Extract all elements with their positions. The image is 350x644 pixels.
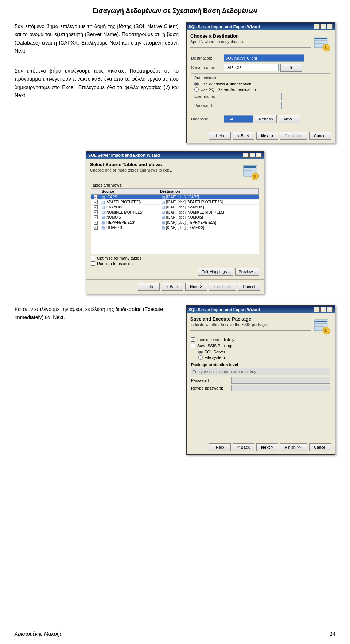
- dialog1-cancel-btn[interactable]: Cancel: [309, 132, 331, 140]
- row3-source-icon: ▤: [101, 205, 105, 209]
- tables-label: Tables and views:: [91, 183, 259, 187]
- server-browse-btn[interactable]: ▼: [280, 64, 302, 72]
- run-checkbox[interactable]: [91, 261, 95, 266]
- table-row[interactable]: ✓ ▤ 'ΚΛΑΔΟΙ$' ▤ [ICAP].[dbo].[ΚΛΑΔΟΙ$]: [91, 205, 259, 210]
- row4-dest-icon: ▤: [162, 210, 165, 214]
- dialog2-finish-btn[interactable]: Finish >>|: [209, 283, 236, 291]
- row1-dest: [ICAP].[dbo].[ICAP$]: [166, 195, 199, 199]
- password-label-d1: Password:: [194, 103, 227, 108]
- row4-dest: [ICAP].[dbo].[ΝΟΜΙΚΕΣ ΜΟΡΦΕΣ$]: [166, 210, 224, 214]
- password-field: [227, 102, 282, 109]
- dialog2-help-btn[interactable]: Help: [138, 283, 160, 291]
- dialog1-maximize-btn[interactable]: □: [320, 24, 326, 29]
- dialog1-back-btn[interactable]: < Back: [233, 132, 254, 140]
- dialog1-minimize-btn[interactable]: —: [314, 24, 320, 29]
- table-row[interactable]: ✓ ▤ 'ΝΟΜΙΚΕΣ ΜΟΡΦΕΣ$' ▤ [ICAP].[dbo].[ΝΟ…: [91, 210, 259, 215]
- file-system-radio[interactable]: [198, 355, 203, 360]
- auth-group: Authentication Use Windows Authenticatio…: [191, 73, 330, 113]
- file-system-label: File system: [205, 355, 225, 360]
- dialog3-back-btn[interactable]: < Back: [233, 443, 254, 451]
- table-row[interactable]: ✓ ▤ 'ΔΡΑΣΤΗΡΙΟΤΗΤΕΣ$' ▤ [ICAP].[dbo].[ΔΡ…: [91, 200, 259, 205]
- destination-label: Destination:: [191, 56, 224, 60]
- row2-source: 'ΔΡΑΣΤΗΡΙΟΤΗΤΕΣ$': [106, 200, 141, 204]
- table-row[interactable]: ✓ ▤ 'ΝΟΜΟΙ$' ▤ [ICAP].[dbo].[ΝΟΜΟΙ$]: [91, 215, 259, 220]
- checkbox-options: Optimize for many tables Run in a transa…: [91, 256, 259, 266]
- optimize-checkbox[interactable]: [91, 256, 95, 260]
- svg-rect-15: [315, 321, 327, 322]
- sql-server-radio[interactable]: [198, 350, 203, 354]
- row4-check[interactable]: ✓: [94, 210, 98, 214]
- refresh-btn[interactable]: Refresh: [255, 115, 277, 123]
- dialog2-window: SQL Server Import and Export Wizard — □ …: [86, 151, 264, 294]
- dialog3-minimize-btn[interactable]: —: [314, 307, 320, 312]
- execute-checkbox[interactable]: ✓: [191, 337, 195, 342]
- dialog3-close-btn[interactable]: ✕: [327, 307, 333, 312]
- auth-label: Authentication: [194, 76, 327, 80]
- row5-check[interactable]: ✓: [94, 215, 98, 219]
- auth-sql-label: Use SQL Server Authentication: [201, 87, 256, 92]
- dialog2-close-btn[interactable]: ✕: [256, 153, 262, 158]
- row3-source: 'ΚΛΑΔΟΙ$': [106, 205, 122, 209]
- package-protection-label: Package protection level: [191, 363, 330, 367]
- username-field: [227, 93, 282, 100]
- dialog1-finish-btn[interactable]: Finish >>|: [280, 132, 307, 140]
- row1-check[interactable]: ✓: [94, 195, 98, 199]
- execute-label: Execute immediately: [197, 337, 234, 342]
- table-row[interactable]: ✓ ▤ 'ICAP$' ▤ [ICAP].[dbo].[ICAP$]: [91, 195, 259, 200]
- server-field[interactable]: LAPTOP: [224, 64, 279, 71]
- dialog1-close-btn[interactable]: ✕: [327, 24, 333, 29]
- row1-dest-icon: ▤: [162, 195, 165, 199]
- row5-dest-icon: ▤: [162, 215, 165, 219]
- dialog1-next-btn[interactable]: Next >: [256, 132, 278, 140]
- row3-check[interactable]: ✓: [94, 205, 98, 209]
- dialog2-back-btn[interactable]: < Back: [162, 283, 183, 291]
- table-row[interactable]: ✓ ▤ 'ΠΟΛΕΙΣ$' ▤ [ICAP].[dbo].[ΠΟΛΕΙΣ$]: [91, 225, 259, 230]
- dialog2-minimize-btn[interactable]: —: [243, 153, 249, 158]
- col-source-header: Source: [100, 189, 158, 194]
- svg-rect-4: [315, 43, 324, 44]
- auth-windows-label: Use Windows Authentication: [201, 82, 251, 86]
- wizard-icon: $: [312, 35, 330, 53]
- table-row[interactable]: ✓ ▤ 'ΠΕΡΚΦΕΡΕΙΕΣ$' ▤ [ICAP].[dbo].[ΠΕΡΚΦ…: [91, 220, 259, 225]
- svg-rect-16: [315, 323, 327, 324]
- dialog2-cancel-btn[interactable]: Cancel: [238, 283, 260, 291]
- d3-password-label: Password:: [191, 378, 231, 383]
- dialog3-finish-btn[interactable]: Finish >>|: [280, 443, 307, 451]
- dialog3-maximize-btn[interactable]: □: [320, 307, 326, 312]
- row6-check[interactable]: ✓: [94, 221, 98, 225]
- svg-rect-18: [315, 326, 324, 327]
- row3-dest: [ICAP].[dbo].[ΚΛΑΔΟΙ$]: [166, 205, 204, 209]
- dialog2-titlebar: SQL Server Import and Export Wizard — □ …: [86, 152, 264, 159]
- dialog1-window: SQL Server Import and Export Wizard — □ …: [186, 22, 335, 143]
- row3-dest-icon: ▤: [162, 205, 165, 209]
- svg-text:$: $: [324, 329, 327, 333]
- destination-field[interactable]: SQL Native Client: [224, 54, 304, 62]
- row7-dest: [ICAP].[dbo].[ΠΟΛΕΙΣ$]: [166, 226, 204, 230]
- dialog1-help-btn[interactable]: Help: [209, 132, 231, 140]
- row7-check[interactable]: ✓: [94, 226, 98, 230]
- row2-check[interactable]: ✓: [94, 200, 98, 204]
- svg-rect-1: [315, 38, 327, 39]
- section2: SQL Server Import and Export Wizard — □ …: [15, 151, 335, 294]
- dialog3-help-btn[interactable]: Help: [209, 443, 231, 451]
- preview-btn[interactable]: Preview...: [235, 268, 259, 276]
- wizard-icon2: $: [241, 164, 259, 181]
- save-ssis-checkbox[interactable]: [191, 344, 195, 348]
- optimize-label: Optimize for many tables: [97, 256, 141, 260]
- row6-dest-icon: ▤: [162, 221, 165, 225]
- dialog1-titlebar: SQL Server Import and Export Wizard — □ …: [187, 23, 335, 30]
- auth-sql-radio[interactable]: [194, 87, 199, 92]
- dialog2-subheader: Choose one or more tables and views to c…: [90, 168, 240, 172]
- auth-windows-radio[interactable]: [194, 82, 199, 86]
- encrypt-field: Encrypt sensitive data with user key: [191, 368, 330, 375]
- database-field[interactable]: ICAP: [224, 115, 253, 123]
- server-label: Server name:: [191, 65, 224, 70]
- dialog3-cancel-btn[interactable]: Cancel: [309, 443, 331, 451]
- edit-mappings-btn[interactable]: Edit Mappings...: [198, 268, 233, 276]
- new-btn[interactable]: New...: [279, 115, 300, 123]
- dialog2-maximize-btn[interactable]: □: [249, 153, 255, 158]
- dialog2-next-btn[interactable]: Next >: [185, 283, 207, 291]
- dialog3-next-btn[interactable]: Next >: [256, 443, 278, 451]
- wizard-icon3: $: [312, 318, 330, 336]
- tables-grid: Source Destination ✓ ▤ 'ICAP$' ▤ [ICAP].…: [91, 188, 259, 254]
